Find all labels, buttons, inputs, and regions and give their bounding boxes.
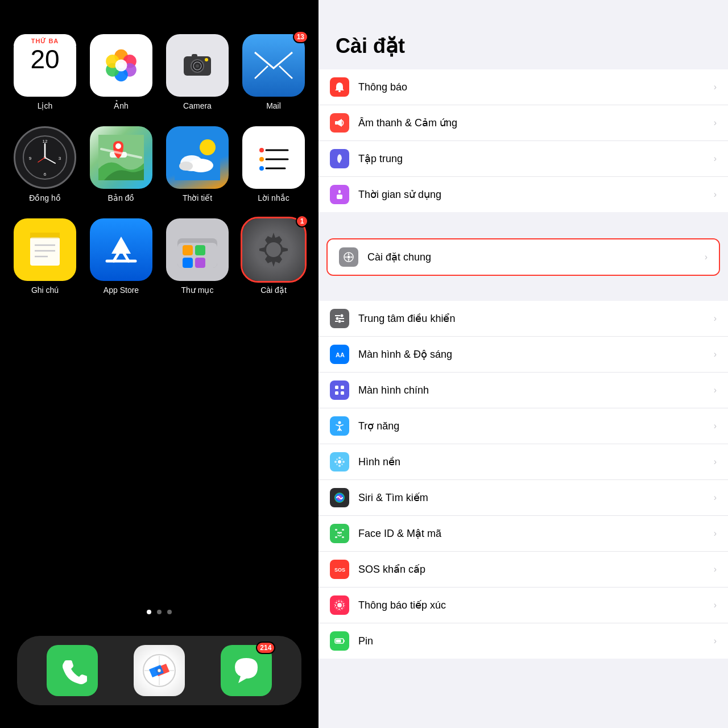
faceid-label: Face ID & Mật mã [358,527,714,540]
svg-rect-93 [342,529,344,531]
dock-safari[interactable] [134,645,185,696]
svg-point-97 [340,532,342,533]
gap-1 [318,213,728,234]
settings-row-notifications[interactable]: Thông báo › [318,69,728,105]
focus-chevron: › [714,154,717,164]
calendar-date: 20 [30,46,59,75]
app-maps[interactable]: Bản đồ [90,126,152,202]
svg-point-84 [338,465,341,467]
svg-rect-44 [30,233,60,238]
app-label-camera: Camera [183,101,212,110]
app-clock[interactable]: 12 3 6 9 Đồng hồ [14,126,76,202]
app-appstore[interactable]: App Store [90,218,152,295]
sounds-chevron: › [714,118,717,128]
homescreen-chevron: › [714,385,717,395]
homescreen-label: Màn hình chính [358,384,714,396]
app-label-photos: Ảnh [114,101,129,110]
accessibility-chevron: › [714,421,717,431]
svg-point-83 [338,457,341,459]
faceid-chevron: › [714,528,717,539]
settings-list: Thông báo › Âm thanh & Cảm ứng › Tập tru… [318,69,728,728]
settings-row-sounds[interactable]: Âm thanh & Cảm ứng › [318,105,728,141]
wallpaper-label: Hình nền [358,456,714,468]
controlcenter-chevron: › [714,313,717,324]
settings-row-siri[interactable]: Siri & Tìm kiếm › [318,480,728,516]
settings-row-general[interactable]: Cài đặt chung › [328,239,719,275]
svg-point-81 [338,421,341,424]
settings-row-accessibility[interactable]: Trợ năng › [318,408,728,444]
svg-point-35 [259,157,264,162]
app-label-maps: Bản đồ [108,193,135,202]
app-label-notes: Ghi chú [31,286,59,295]
app-settings[interactable]: 1 Cài đặt [242,218,305,295]
svg-rect-65 [338,190,341,193]
svg-point-37 [259,166,264,171]
accessibility-icon [330,416,349,436]
settings-row-controlcenter[interactable]: Trung tâm điều khiển › [318,301,728,337]
controlcenter-label: Trung tâm điều khiển [358,312,714,325]
dock-phone[interactable] [47,645,98,696]
notifications-chevron: › [714,82,717,92]
page-dots [147,610,172,614]
exposure-icon [330,595,349,615]
svg-rect-94 [335,536,337,538]
battery-chevron: › [714,636,717,646]
focus-icon [330,149,349,168]
battery-icon [330,631,349,651]
svg-point-29 [200,139,216,155]
settings-section-3: Trung tâm điều khiển › AA Màn hình & Độ … [318,301,728,659]
svg-point-10 [196,64,199,68]
settings-row-display[interactable]: AA Màn hình & Độ sáng › [318,337,728,373]
svg-rect-77 [335,386,338,389]
app-label-settings: Cài đặt [260,286,287,295]
app-calendar[interactable]: THỨ BA 20 Lịch [14,34,76,110]
svg-rect-104 [344,640,345,642]
app-label-reminders: Lời nhắc [258,193,289,202]
general-chevron: › [705,252,708,262]
battery-label: Pin [358,635,714,647]
notifications-label: Thông báo [358,81,714,93]
svg-point-27 [115,143,121,149]
settings-header: Cài đặt [318,0,728,69]
focus-label: Tập trung [358,152,714,165]
app-camera[interactable]: Camera [166,34,229,110]
app-reminders[interactable]: Lời nhắc [242,126,305,202]
app-notes[interactable]: Ghi chú [14,218,76,295]
svg-rect-80 [341,391,344,395]
svg-point-12 [205,58,208,61]
settings-row-battery[interactable]: Pin › [318,623,728,659]
sos-icon: SOS [330,560,349,579]
svg-rect-62 [338,90,341,92]
app-label-mail: Mail [266,101,281,110]
svg-rect-11 [192,54,197,57]
exposure-chevron: › [714,600,717,610]
accessibility-label: Trợ năng [358,420,714,432]
svg-text:SOS: SOS [334,567,345,573]
svg-point-68 [348,256,350,259]
svg-point-61 [158,669,161,672]
settings-row-homescreen[interactable]: Màn hình chính › [318,373,728,408]
app-folder[interactable]: Thư mục [166,218,229,295]
settings-row-focus[interactable]: Tập trung › [318,141,728,177]
screentime-chevron: › [714,189,717,200]
settings-row-screentime[interactable]: Thời gian sử dụng › [318,177,728,212]
settings-row-sos[interactable]: SOS SOS khẩn cấp › [318,552,728,588]
settings-row-exposure[interactable]: Thông báo tiếp xúc › [318,588,728,623]
sos-chevron: › [714,564,717,574]
settings-section-1: Thông báo › Âm thanh & Cảm ứng › Tập tru… [318,69,728,212]
settings-row-faceid[interactable]: Face ID & Mật mã › [318,516,728,552]
app-mail[interactable]: 13 Mail [242,34,305,110]
siri-label: Siri & Tìm kiếm [358,491,714,504]
dock-messages[interactable]: 214 [221,645,272,696]
app-label-appstore: App Store [104,286,139,295]
settings-badge: 1 [296,215,308,228]
svg-line-15 [279,66,292,78]
svg-rect-78 [341,386,344,389]
app-photos[interactable]: Ảnh [90,34,152,110]
gap-2 [318,280,728,301]
wallpaper-icon [330,452,349,471]
settings-row-wallpaper[interactable]: Hình nền › [318,444,728,480]
siri-icon [330,488,349,507]
svg-point-89 [336,464,338,465]
app-weather[interactable]: Thời tiết [166,126,229,202]
